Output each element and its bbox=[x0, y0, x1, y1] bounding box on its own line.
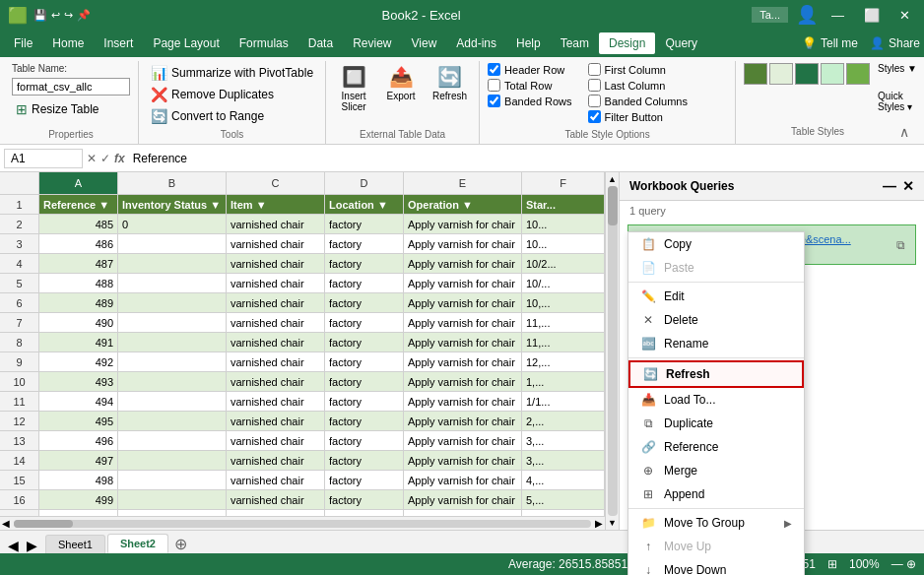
copy-query-icon[interactable]: ⧉ bbox=[896, 238, 905, 252]
cell-4-b[interactable] bbox=[118, 254, 227, 273]
cell-6-b[interactable] bbox=[118, 293, 227, 312]
cell-4-e[interactable]: Apply varnish for chair bbox=[404, 254, 522, 273]
table-name-input[interactable] bbox=[12, 78, 130, 96]
cell-3-d[interactable]: factory bbox=[325, 234, 404, 253]
cell-7-e[interactable]: Apply varnish for chair bbox=[404, 313, 522, 332]
cell-16-d[interactable]: factory bbox=[325, 490, 404, 509]
cell-10-a[interactable]: 493 bbox=[39, 372, 118, 391]
cell-16-b[interactable] bbox=[118, 490, 227, 509]
restore-btn[interactable]: ⬜ bbox=[858, 6, 886, 25]
cell-6-e[interactable]: Apply varnish for chair bbox=[404, 293, 522, 312]
cell-8-f[interactable]: 11,... bbox=[522, 333, 605, 351]
cell-11-f[interactable]: 1/1... bbox=[522, 392, 605, 411]
cell-6-f[interactable]: 10,... bbox=[522, 293, 605, 312]
cell-6-a[interactable]: 489 bbox=[39, 293, 118, 312]
cell-14-c[interactable]: varnished chair bbox=[227, 451, 325, 470]
cell-2-e[interactable]: Apply varnish for chair bbox=[404, 215, 522, 233]
cell-2-d[interactable]: factory bbox=[325, 215, 404, 233]
col-header-b[interactable]: B bbox=[118, 172, 227, 194]
banded-rows-check[interactable]: Banded Rows bbox=[488, 95, 572, 107]
cell-6-c[interactable]: varnished chair bbox=[227, 293, 325, 312]
cell-14-e[interactable]: Apply varnish for chair bbox=[404, 451, 522, 470]
ctx-rename[interactable]: 🔤 Rename bbox=[628, 332, 804, 355]
menu-home[interactable]: Home bbox=[42, 32, 94, 54]
cell-8-e[interactable]: Apply varnish for chair bbox=[404, 333, 522, 351]
menu-addins[interactable]: Add-ins bbox=[446, 32, 506, 54]
cell-11-d[interactable]: factory bbox=[325, 392, 404, 411]
scroll-right-btn[interactable]: ▶ bbox=[595, 518, 603, 529]
ctx-copy[interactable]: 📋 Copy bbox=[628, 232, 804, 256]
save-qa-btn[interactable]: 💾 bbox=[33, 9, 47, 22]
first-column-check[interactable]: First Column bbox=[588, 63, 688, 76]
cell-10-c[interactable]: varnished chair bbox=[227, 372, 325, 391]
menu-help[interactable]: Help bbox=[506, 32, 551, 54]
cell-3-e[interactable]: Apply varnish for chair bbox=[404, 234, 522, 253]
cell-9-f[interactable]: 12,... bbox=[522, 352, 605, 371]
cell-7-c[interactable]: varnished chair bbox=[227, 313, 325, 332]
cell-16-e[interactable]: Apply varnish for chair bbox=[404, 490, 522, 509]
style-swatch-4[interactable] bbox=[821, 63, 844, 85]
cell-15-e[interactable]: Apply varnish for chair bbox=[404, 471, 522, 489]
insert-slicer-btn[interactable]: 🔲 InsertSlicer bbox=[334, 63, 373, 114]
cell-5-f[interactable]: 10/... bbox=[522, 274, 605, 292]
cell-14-f[interactable]: 3,... bbox=[522, 451, 605, 470]
formula-input[interactable] bbox=[129, 150, 920, 167]
cell-11-a[interactable]: 494 bbox=[39, 392, 118, 411]
banded-columns-check[interactable]: Banded Columns bbox=[588, 95, 688, 107]
cell-4-f[interactable]: 10/2... bbox=[522, 254, 605, 273]
add-sheet-btn[interactable]: ⊕ bbox=[174, 535, 187, 553]
cell-3-a[interactable]: 486 bbox=[39, 234, 118, 253]
formula-confirm-icon[interactable]: ✓ bbox=[100, 152, 110, 165]
styles-dropdown-btn[interactable]: Styles ▼ bbox=[878, 63, 917, 74]
cell-1-d[interactable]: Location ▼ bbox=[325, 195, 404, 214]
cell-11-b[interactable] bbox=[118, 392, 227, 411]
panel-close-btn[interactable]: ✕ bbox=[902, 178, 914, 194]
ctx-move-to-group[interactable]: 📁 Move To Group ▶ bbox=[628, 511, 804, 535]
cell-11-e[interactable]: Apply varnish for chair bbox=[404, 392, 522, 411]
scroll-up-btn[interactable]: ▲ bbox=[608, 174, 617, 184]
sheet-nav-right[interactable]: ▶ bbox=[27, 538, 37, 553]
menu-view[interactable]: View bbox=[402, 32, 447, 54]
cell-16-f[interactable]: 5,... bbox=[522, 490, 605, 509]
cell-15-b[interactable] bbox=[118, 471, 227, 489]
cell-2-f[interactable]: 10... bbox=[522, 215, 605, 233]
cell-9-e[interactable]: Apply varnish for chair bbox=[404, 352, 522, 371]
cell-13-f[interactable]: 3,... bbox=[522, 431, 605, 450]
col-header-c[interactable]: C bbox=[227, 172, 325, 194]
cell-10-d[interactable]: factory bbox=[325, 372, 404, 391]
cell-15-d[interactable]: factory bbox=[325, 471, 404, 489]
cell-3-f[interactable]: 10... bbox=[522, 234, 605, 253]
h-scroll-track[interactable] bbox=[14, 520, 591, 528]
cell-1-a[interactable]: Reference ▼ bbox=[39, 195, 118, 214]
cell-5-b[interactable] bbox=[118, 274, 227, 292]
redo-qa-btn[interactable]: ↪ bbox=[64, 9, 73, 22]
cell-2-b[interactable]: 0 bbox=[118, 215, 227, 233]
resize-table-btn[interactable]: ⊞ Resize Table bbox=[12, 99, 102, 119]
cell-14-a[interactable]: 497 bbox=[39, 451, 118, 470]
cell-10-e[interactable]: Apply varnish for chair bbox=[404, 372, 522, 391]
col-header-a[interactable]: A bbox=[39, 172, 118, 194]
col-header-d[interactable]: D bbox=[325, 172, 404, 194]
ctx-load-to[interactable]: 📥 Load To... bbox=[628, 388, 804, 412]
menu-page-layout[interactable]: Page Layout bbox=[143, 32, 229, 54]
export-btn[interactable]: 📤 Export bbox=[381, 63, 421, 103]
remove-duplicates-btn[interactable]: ❌ Remove Duplicates bbox=[147, 85, 317, 104]
cell-1-e[interactable]: Operation ▼ bbox=[404, 195, 522, 214]
cell-4-d[interactable]: factory bbox=[325, 254, 404, 273]
style-swatch-5[interactable] bbox=[846, 63, 870, 85]
cell-9-c[interactable]: varnished chair bbox=[227, 352, 325, 371]
cell-10-b[interactable] bbox=[118, 372, 227, 391]
cell-5-a[interactable]: 488 bbox=[39, 274, 118, 292]
cell-9-d[interactable]: factory bbox=[325, 352, 404, 371]
minimize-btn[interactable]: — bbox=[825, 6, 850, 25]
cell-8-d[interactable]: factory bbox=[325, 333, 404, 351]
v-scroll-track[interactable] bbox=[608, 186, 618, 516]
filter-button-check[interactable]: Filter Button bbox=[588, 110, 688, 123]
cell-8-b[interactable] bbox=[118, 333, 227, 351]
summarize-pivottable-btn[interactable]: 📊 Summarize with PivotTable bbox=[147, 63, 317, 83]
cell-12-b[interactable] bbox=[118, 412, 227, 430]
ribbon-collapse-btn[interactable]: ∧ bbox=[891, 124, 917, 140]
cell-12-c[interactable]: varnished chair bbox=[227, 412, 325, 430]
ctx-merge[interactable]: ⊕ Merge bbox=[628, 459, 804, 482]
cell-reference-box[interactable] bbox=[4, 149, 83, 168]
